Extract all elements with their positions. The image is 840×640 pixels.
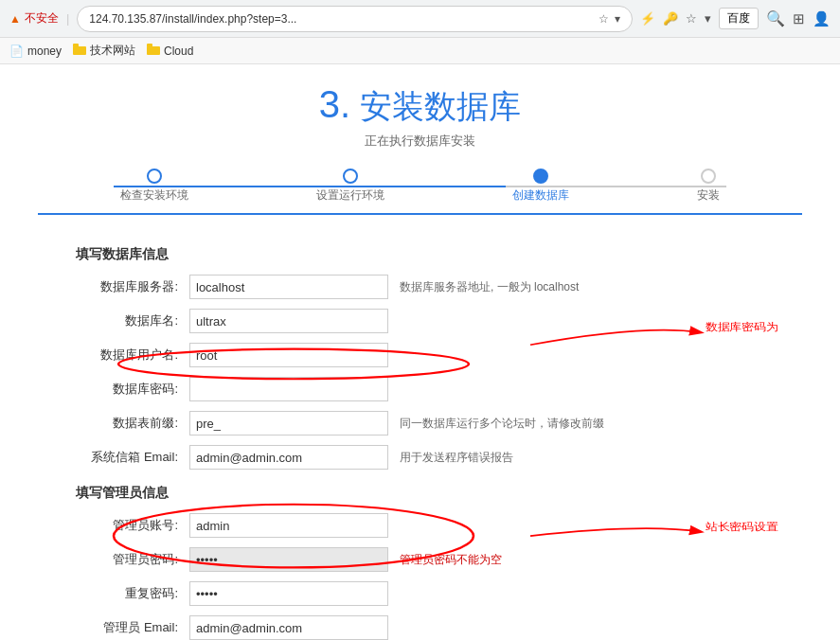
folder-icon-1 [73, 44, 86, 58]
browser-actions: ⚡ 🔑 ☆ ▾ [640, 11, 711, 26]
chevron-down-icon[interactable]: ▾ [615, 12, 620, 26]
progress-steps: 检查安装环境 设置运行环境 创建数据库 安装 [38, 159, 802, 213]
separator-pipe: | [66, 11, 69, 26]
admin-pass-label: 管理员密码: [76, 551, 189, 568]
step-check-env: 检查安装环境 [120, 169, 188, 204]
admin-email-label: 管理员 Email: [76, 619, 189, 636]
page-content: 3. 安装数据库 正在执行数据库安装 检查安装环境 设置运行环境 创建数据库 [0, 64, 840, 640]
db-password-label: 数据库密码: [76, 381, 189, 398]
star-icon[interactable]: ☆ [686, 11, 697, 26]
profile-icon[interactable]: 👤 [813, 10, 831, 27]
progress-container: 检查安装环境 设置运行环境 创建数据库 安装 [38, 159, 802, 213]
progress-separator [38, 213, 802, 215]
folder-icon-2 [147, 44, 160, 58]
page-icon: 📄 [9, 44, 24, 58]
main-form-wrapper: 填写数据库信息 数据库服务器: 数据库服务器地址, 一般为 localhost … [0, 224, 840, 640]
admin-pass2-row: 重复密码: [76, 581, 764, 606]
url-text: 124.70.135.87/install/index.php?step=3..… [89, 12, 593, 26]
svg-rect-0 [73, 46, 86, 55]
admin-pass-hint: 管理员密码不能为空 [400, 552, 502, 568]
db-prefix-label: 数据表前缀: [76, 415, 189, 432]
bookmark-tech-label: 技术网站 [90, 43, 135, 59]
step-label-4: 安装 [697, 187, 720, 204]
db-password-row: 数据库密码: [76, 377, 764, 401]
db-email-label: 系统信箱 Email: [76, 449, 189, 466]
step-label-3: 创建数据库 [512, 187, 569, 204]
step-number: 3. [319, 83, 350, 125]
db-name-row: 数据库名: [76, 309, 764, 333]
db-prefix-row: 数据表前缀: 同一数据库运行多个论坛时，请修改前缀 [76, 411, 764, 436]
admin-section-title: 填写管理员信息 [76, 485, 764, 502]
warning-icon: ▲ [9, 12, 21, 26]
admin-pass2-input[interactable] [189, 581, 388, 606]
db-server-hint: 数据库服务器地址, 一般为 localhost [400, 279, 579, 295]
step-set-env: 设置运行环境 [316, 169, 384, 204]
warning-text: 不安全 [25, 10, 59, 27]
db-server-label: 数据库服务器: [76, 278, 189, 295]
db-email-row: 系统信箱 Email: 用于发送程序错误报告 [76, 445, 764, 470]
bookmark-icon[interactable]: ☆ [599, 12, 609, 26]
step-create-db: 创建数据库 [512, 169, 569, 204]
db-user-label: 数据库用户名: [76, 347, 189, 364]
admin-user-input[interactable] [189, 513, 388, 538]
step-install: 安装 [697, 169, 720, 204]
admin-email-row: 管理员 Email: [76, 615, 764, 640]
install-subtitle: 正在执行数据库安装 [0, 133, 840, 150]
admin-pass-row: 管理员密码: 管理员密码不能为空 [76, 547, 764, 572]
step-circle-4 [701, 169, 716, 184]
bookmark-money[interactable]: 📄 money [9, 44, 62, 58]
step-label-2: 设置运行环境 [316, 187, 384, 204]
admin-email-input[interactable] [189, 615, 388, 640]
step-circle-1 [147, 169, 162, 184]
bookmark-tech[interactable]: 技术网站 [73, 43, 135, 59]
menu-icon[interactable]: ▾ [705, 11, 711, 26]
form-container: 填写数据库信息 数据库服务器: 数据库服务器地址, 一般为 localhost … [0, 224, 840, 640]
db-name-input[interactable] [189, 309, 388, 333]
bookmark-cloud[interactable]: Cloud [147, 44, 193, 58]
browser-bar: ▲ 不安全 | 124.70.135.87/install/index.php?… [0, 0, 840, 38]
bookmark-money-label: money [27, 44, 62, 58]
db-password-input[interactable] [189, 377, 388, 401]
baidu-button[interactable]: 百度 [719, 8, 759, 29]
bookmark-cloud-label: Cloud [164, 44, 193, 58]
url-bar[interactable]: 124.70.135.87/install/index.php?step=3..… [77, 6, 633, 32]
db-name-label: 数据库名: [76, 312, 189, 329]
step-circle-3 [533, 169, 548, 184]
key-icon: 🔑 [663, 11, 678, 26]
admin-pass-input[interactable] [189, 547, 388, 572]
db-email-input[interactable] [189, 445, 388, 470]
admin-user-label: 管理员账号: [76, 517, 189, 534]
bookmarks-bar: 📄 money 技术网站 Cloud [0, 38, 840, 64]
db-server-row: 数据库服务器: 数据库服务器地址, 一般为 localhost [76, 275, 764, 299]
svg-rect-2 [147, 46, 160, 55]
search-icon[interactable]: 🔍 [766, 9, 785, 27]
db-prefix-input[interactable] [189, 411, 388, 436]
install-header: 3. 安装数据库 正在执行数据库安装 [0, 64, 840, 159]
db-server-input[interactable] [189, 275, 388, 299]
svg-rect-3 [147, 44, 152, 47]
step-label-1: 检查安装环境 [120, 187, 188, 204]
db-prefix-hint: 同一数据库运行多个论坛时，请修改前缀 [400, 416, 604, 432]
security-warning: ▲ 不安全 [9, 10, 59, 27]
install-title: 3. 安装数据库 [0, 83, 840, 129]
lightning-icon: ⚡ [640, 11, 655, 26]
admin-pass2-label: 重复密码: [76, 585, 189, 602]
step-circle-2 [343, 169, 358, 184]
svg-rect-1 [73, 44, 79, 47]
admin-user-row: 管理员账号: [76, 513, 764, 538]
title-text: 安装数据库 [360, 88, 521, 124]
db-user-row: 数据库用户名: [76, 343, 764, 367]
grid-icon[interactable]: ⊞ [793, 10, 805, 27]
db-email-hint: 用于发送程序错误报告 [400, 450, 513, 466]
db-user-input[interactable] [189, 343, 388, 367]
db-section-title: 填写数据库信息 [76, 246, 764, 263]
